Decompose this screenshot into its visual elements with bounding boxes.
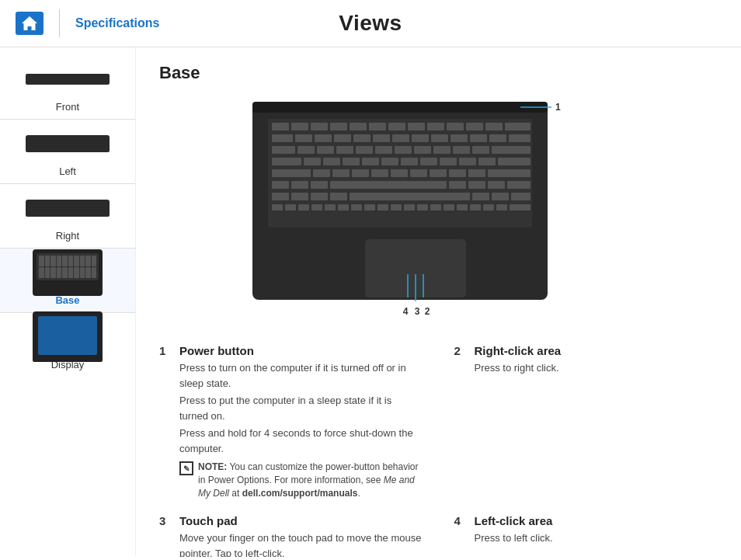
- svg-rect-45: [362, 158, 379, 165]
- svg-rect-47: [401, 158, 418, 165]
- svg-rect-26: [470, 134, 487, 142]
- svg-rect-19: [334, 134, 351, 142]
- desc-body-1: Press to turn on the computer if it is t…: [179, 360, 423, 502]
- svg-rect-37: [433, 146, 451, 154]
- svg-rect-72: [272, 193, 289, 200]
- desc-item-1: 1 Power button Press to turn on the comp…: [159, 344, 423, 502]
- desc-item-3: 3 Touch pad Move your finger on the touc…: [159, 514, 423, 557]
- svg-text:4: 4: [402, 306, 408, 317]
- svg-rect-96: [483, 204, 494, 210]
- desc-body-3: Move your finger on the touch pad to mov…: [179, 530, 423, 557]
- desc-para-1-0: Press to turn on the computer if it is t…: [179, 360, 423, 391]
- display-thumbnail: [25, 319, 110, 354]
- svg-text:2: 2: [424, 306, 430, 317]
- svg-rect-70: [488, 181, 505, 189]
- svg-rect-59: [410, 169, 427, 177]
- svg-rect-91: [417, 204, 428, 210]
- svg-rect-56: [352, 169, 369, 177]
- svg-rect-9: [388, 123, 405, 130]
- svg-rect-42: [304, 158, 321, 165]
- svg-rect-36: [414, 146, 431, 154]
- desc-header-4: 4 Left-click area: [454, 514, 718, 527]
- sidebar-item-display[interactable]: Display: [0, 313, 135, 377]
- svg-rect-55: [332, 169, 350, 177]
- desc-header-1: 1 Power button: [159, 344, 423, 357]
- section-title: Base: [159, 63, 718, 83]
- svg-rect-88: [377, 204, 388, 210]
- sidebar-item-left[interactable]: Left: [0, 120, 135, 184]
- svg-rect-80: [272, 204, 283, 210]
- svg-rect-15: [505, 123, 531, 130]
- svg-rect-7: [350, 123, 367, 130]
- desc-body-4: Press to left click.: [475, 530, 718, 546]
- svg-rect-10: [408, 123, 425, 130]
- front-thumbnail: [25, 61, 110, 96]
- svg-rect-1: [252, 102, 548, 113]
- svg-rect-78: [492, 193, 509, 200]
- svg-rect-25: [451, 134, 468, 142]
- svg-rect-43: [323, 158, 340, 165]
- svg-text:1: 1: [555, 102, 561, 113]
- sidebar-item-base[interactable]: Base: [0, 249, 135, 313]
- svg-rect-93: [444, 204, 454, 210]
- specs-link[interactable]: Specifications: [75, 16, 159, 30]
- note-end: .: [357, 488, 360, 499]
- svg-rect-81: [285, 204, 296, 210]
- sidebar-item-front[interactable]: Front: [0, 55, 135, 120]
- svg-rect-95: [470, 204, 481, 210]
- descriptions: 1 Power button Press to turn on the comp…: [159, 344, 718, 557]
- svg-rect-97: [496, 204, 507, 210]
- svg-rect-33: [356, 146, 373, 154]
- svg-rect-31: [317, 146, 334, 154]
- desc-title-1: Power button: [179, 344, 254, 357]
- desc-para-1-1: Press to put the computer in a sleep sta…: [179, 393, 423, 423]
- header: Specifications Views: [0, 0, 741, 47]
- desc-item-2: 2 Right-click area Press to right click.: [454, 344, 718, 502]
- svg-rect-32: [336, 146, 353, 154]
- svg-rect-16: [272, 134, 293, 142]
- svg-rect-64: [272, 181, 289, 189]
- svg-rect-13: [466, 123, 483, 130]
- svg-rect-63: [488, 169, 531, 177]
- sidebar-item-right[interactable]: Right: [0, 184, 135, 249]
- svg-rect-67: [330, 181, 447, 189]
- note-block-1: ✎ NOTE: You can customize the power-butt…: [179, 461, 423, 502]
- svg-rect-85: [338, 204, 349, 210]
- desc-item-4: 4 Left-click area Press to left click.: [454, 514, 718, 557]
- svg-rect-40: [492, 146, 531, 154]
- svg-rect-14: [485, 123, 503, 130]
- svg-rect-50: [459, 158, 476, 165]
- svg-rect-44: [343, 158, 360, 165]
- desc-title-2: Right-click area: [475, 344, 562, 357]
- header-home: Specifications: [16, 9, 159, 37]
- svg-rect-4: [291, 123, 308, 130]
- svg-rect-48: [420, 158, 437, 165]
- svg-rect-38: [453, 146, 470, 154]
- note-link-1: dell.com/support/manuals: [242, 488, 358, 499]
- svg-rect-18: [315, 134, 332, 142]
- left-thumbnail: [25, 126, 110, 161]
- svg-rect-84: [325, 204, 336, 210]
- svg-text:3: 3: [414, 306, 419, 317]
- svg-rect-58: [391, 169, 408, 177]
- svg-rect-83: [311, 204, 322, 210]
- home-icon[interactable]: [16, 12, 43, 35]
- svg-rect-76: [350, 193, 470, 200]
- svg-rect-54: [313, 169, 330, 177]
- desc-title-3: Touch pad: [179, 514, 238, 527]
- sidebar-label-right: Right: [56, 230, 79, 242]
- svg-rect-21: [373, 134, 390, 142]
- svg-rect-61: [449, 169, 466, 177]
- svg-rect-46: [381, 158, 398, 165]
- svg-rect-11: [427, 123, 444, 130]
- sidebar: Front Left Right: [0, 47, 136, 557]
- svg-rect-90: [404, 204, 415, 210]
- desc-num-3: 3: [159, 514, 172, 527]
- desc-para-2-0: Press to right click.: [475, 360, 718, 376]
- svg-rect-5: [311, 123, 328, 130]
- svg-rect-53: [272, 169, 311, 177]
- desc-header-2: 2 Right-click area: [454, 344, 718, 357]
- desc-para-1-2: Press and hold for 4 seconds to force sh…: [179, 426, 423, 456]
- note-bold-1: NOTE:: [198, 461, 227, 472]
- laptop-diagram: 4 3 2 1: [245, 96, 633, 336]
